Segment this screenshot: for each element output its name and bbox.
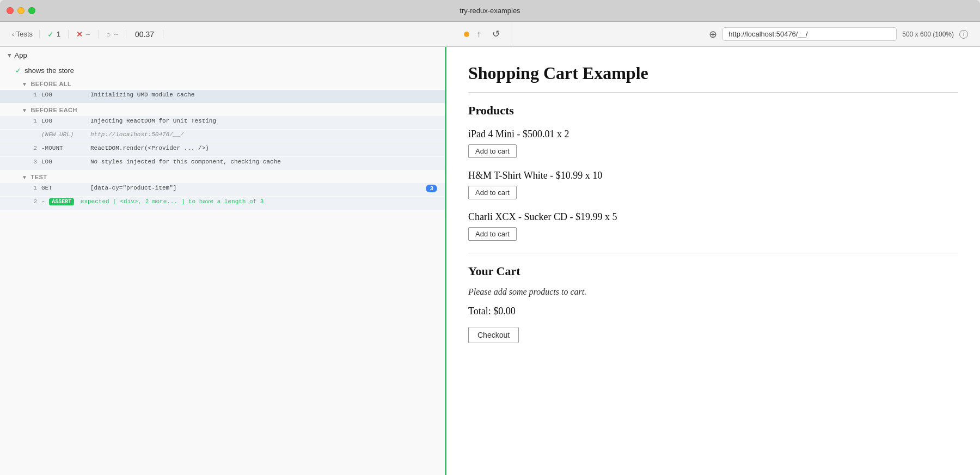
toolbar-left: ‹ Tests ✓ 1 ✕ -- ○ -- 00.37 <box>5 30 455 39</box>
row-msg: Injecting ReactDOM for Unit Testing <box>90 118 437 124</box>
row-msg: http://localhost:50476/__/ <box>90 131 437 138</box>
row-msg: ReactDOM.render(<Provider ... />) <box>90 145 437 151</box>
product-name-2: H&M T-Shirt White - $10.99 x 10 <box>468 170 958 181</box>
circle-icon: ○ <box>106 30 111 39</box>
cart-empty-message: Please add some products to cart. <box>468 287 958 297</box>
cart-section: Your Cart Please add some products to ca… <box>468 264 958 343</box>
viewport-info: 500 x 600 (100%) <box>902 31 954 38</box>
url-bar[interactable]: http://localhost:50476/__/ <box>722 27 897 41</box>
count-badge: 3 <box>426 185 437 192</box>
toolbar-middle: ↑ ↺ <box>455 22 512 46</box>
arrow-up-icon[interactable]: ↑ <box>477 29 481 39</box>
log-row: 3 LOG No styles injected for this compon… <box>0 157 445 170</box>
suite-header: ▼ App <box>0 47 445 64</box>
section-arrow-icon: ▼ <box>22 81 27 87</box>
row-msg: [data-cy="product-item"] <box>90 185 426 191</box>
cart-title: Your Cart <box>468 264 958 278</box>
add-to-cart-button-3[interactable]: Add to cart <box>468 227 517 241</box>
product-item-1: iPad 4 Mini - $500.01 x 2 Add to cart <box>468 129 958 158</box>
maximize-button[interactable] <box>28 7 35 14</box>
crosshair-icon[interactable]: ⊕ <box>709 28 717 40</box>
log-row: 2 - ASSERT expected [ <div>, 2 more... ]… <box>0 197 445 210</box>
info-icon[interactable]: i <box>959 30 968 39</box>
products-section-title: Products <box>468 103 958 118</box>
pending-dash: -- <box>113 30 118 38</box>
refresh-icon[interactable]: ↺ <box>489 28 503 40</box>
right-panel: Shopping Cart Example Products iPad 4 Mi… <box>446 47 980 475</box>
close-button[interactable] <box>7 7 14 14</box>
suite-name: App <box>15 51 27 59</box>
row-msg: No styles injected for this component, c… <box>90 159 437 165</box>
middle-divider <box>468 253 958 253</box>
row-type: LOG <box>41 92 85 98</box>
add-to-cart-button-1[interactable]: Add to cart <box>468 144 517 158</box>
back-tests-button[interactable]: ‹ Tests <box>5 30 40 38</box>
row-num: 2 <box>27 198 37 205</box>
test-section-header: ▼ TEST <box>0 170 445 182</box>
minimize-button[interactable] <box>17 7 24 14</box>
before-each-label: BEFORE EACH <box>30 107 77 113</box>
back-tests-label: Tests <box>16 30 33 38</box>
before-all-header: ▼ BEFORE ALL <box>0 77 445 89</box>
row-num: 1 <box>27 118 37 124</box>
pending-stat: ○ -- <box>99 30 126 39</box>
pass-count: 1 <box>57 30 60 38</box>
suite-arrow-icon: ▼ <box>8 52 11 59</box>
test-name: shows the store <box>24 66 74 75</box>
row-type: LOG <box>41 159 85 165</box>
section-arrow-icon: ▼ <box>22 174 27 180</box>
fail-dash: -- <box>85 30 90 38</box>
log-row: (NEW URL) http://localhost:50476/__/ <box>0 130 445 143</box>
before-all-label: BEFORE ALL <box>30 81 71 87</box>
assert-msg: expected [ <div>, 2 more... ] to have a … <box>77 198 264 205</box>
test-pass-icon: ✓ <box>15 66 21 75</box>
test-label: TEST <box>30 174 47 180</box>
before-each-header: ▼ BEFORE EACH <box>0 103 445 115</box>
log-row: 1 GET [data-cy="product-item"] 3 <box>0 183 445 196</box>
product-name-3: Charli XCX - Sucker CD - $19.99 x 5 <box>468 211 958 223</box>
traffic-lights <box>7 7 35 14</box>
add-to-cart-button-2[interactable]: Add to cart <box>468 186 517 199</box>
row-type: (NEW URL) <box>41 131 85 138</box>
top-divider <box>468 92 958 93</box>
toolbar-right: ⊕ http://localhost:50476/__/ 500 x 600 (… <box>512 27 975 41</box>
titlebar: try-redux-examples <box>0 0 980 22</box>
row-num: 1 <box>27 185 37 191</box>
checkout-button[interactable]: Checkout <box>468 327 519 343</box>
cart-total: Total: $0.00 <box>468 306 958 317</box>
product-name-1: iPad 4 Mini - $500.01 x 2 <box>468 129 958 140</box>
row-type: GET <box>41 185 85 191</box>
row-num: 3 <box>27 159 37 165</box>
status-dot <box>464 32 469 37</box>
toolbar: ‹ Tests ✓ 1 ✕ -- ○ -- 00.37 ↑ ↺ ⊕ http:/… <box>0 22 980 47</box>
fail-stat: ✕ -- <box>69 30 99 39</box>
main-content: ▼ App ✓ shows the store ▼ BEFORE ALL 1 L… <box>0 47 980 475</box>
check-icon: ✓ <box>47 30 54 39</box>
app-title: Shopping Cart Example <box>468 63 958 83</box>
left-panel: ▼ App ✓ shows the store ▼ BEFORE ALL 1 L… <box>0 47 446 475</box>
test-item: ✓ shows the store <box>0 64 445 77</box>
pass-stat: ✓ 1 <box>40 30 69 39</box>
log-row: 2 -MOUNT ReactDOM.render(<Provider ... /… <box>0 143 445 156</box>
row-num: 2 <box>27 145 37 151</box>
log-row: 1 LOG Initializing UMD module cache <box>0 90 445 103</box>
row-num: 1 <box>27 92 37 98</box>
row-type: LOG <box>41 118 85 124</box>
timer-display: 00.37 <box>126 30 163 39</box>
x-icon: ✕ <box>76 30 83 39</box>
log-row: 1 LOG Injecting ReactDOM for Unit Testin… <box>0 116 445 129</box>
assert-badge: ASSERT <box>49 198 74 205</box>
minus-icon: - <box>41 198 45 206</box>
row-msg: Initializing UMD module cache <box>90 92 437 98</box>
product-item-3: Charli XCX - Sucker CD - $19.99 x 5 Add … <box>468 211 958 241</box>
section-arrow-icon: ▼ <box>22 107 27 113</box>
row-type: -MOUNT <box>41 145 85 151</box>
chevron-left-icon: ‹ <box>12 31 14 38</box>
product-item-2: H&M T-Shirt White - $10.99 x 10 Add to c… <box>468 170 958 199</box>
window-title: try-redux-examples <box>460 7 520 15</box>
